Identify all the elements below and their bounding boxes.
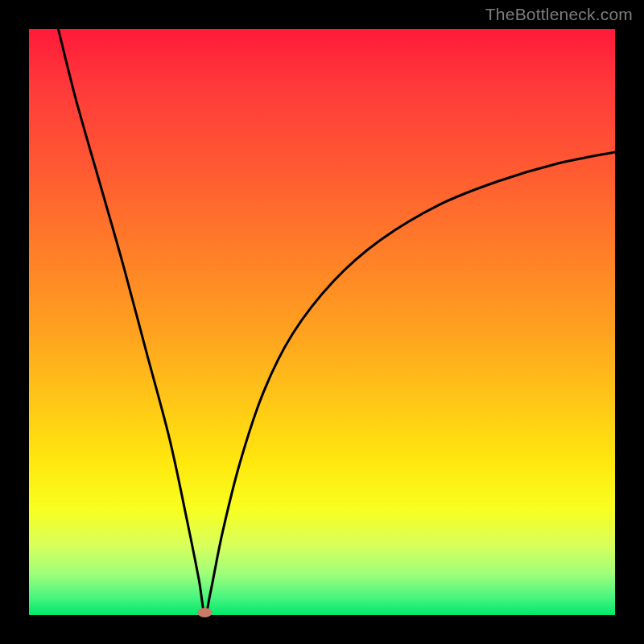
plot-area [29, 29, 615, 615]
minimum-marker [197, 608, 212, 617]
curve-svg [29, 29, 615, 615]
chart-frame: TheBottleneck.com [0, 0, 644, 644]
watermark-text: TheBottleneck.com [485, 5, 633, 24]
bottleneck-curve [58, 29, 615, 615]
